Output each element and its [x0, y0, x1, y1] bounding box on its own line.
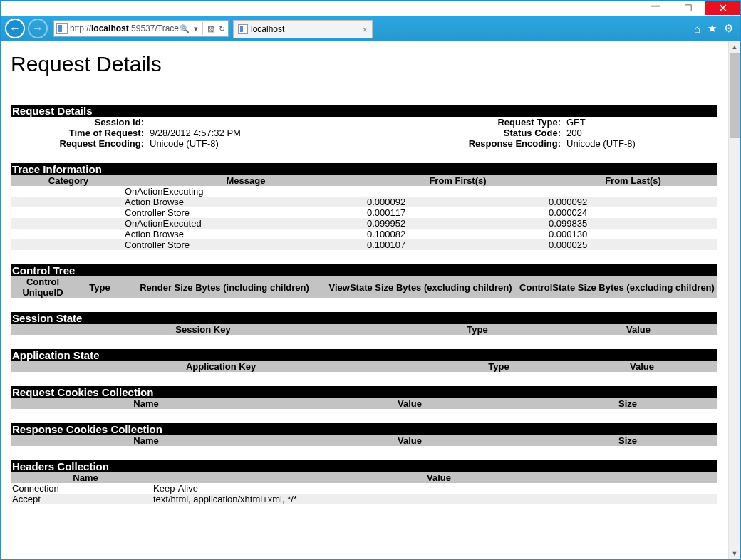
- trace-row: OnActionExecuting: [11, 186, 717, 197]
- ss-col-key: Session Key: [11, 324, 395, 335]
- as-col-value: Value: [566, 361, 717, 372]
- ctree-col-controlstate: ControlState Size Bytes (excluding child…: [517, 276, 717, 298]
- trace-cell-message: Action Browse: [125, 197, 367, 207]
- req-enc-label: Request Encoding:: [11, 138, 150, 149]
- rc-col-value: Value: [281, 398, 538, 409]
- viewport: Request Details Request Details Session …: [1, 41, 740, 559]
- request-type-label: Request Type:: [388, 117, 566, 128]
- scroll-up-icon[interactable]: ▲: [729, 41, 740, 53]
- titlebar: [1, 1, 740, 16]
- url-pre: http://: [70, 24, 91, 33]
- section-app-state-title: Application State: [11, 349, 717, 361]
- scroll-thumb[interactable]: [730, 53, 740, 138]
- trace-header-row: Category Message From First(s) From Last…: [11, 175, 717, 186]
- header-row: ConnectionKeep-Alive: [11, 483, 717, 494]
- trace-col-fromlast: From Last(s): [549, 175, 717, 186]
- home-icon[interactable]: ⌂: [694, 23, 700, 35]
- trace-cell-message: Controller Store: [125, 207, 367, 218]
- refresh-icon[interactable]: ↻: [217, 24, 227, 33]
- rc-col-size: Size: [538, 398, 717, 409]
- resp-cookies-header: Name Value Size: [11, 435, 717, 446]
- resp-enc-label: Response Encoding:: [388, 138, 566, 149]
- rsc-col-size: Size: [538, 435, 717, 446]
- section-request-details-title: Request Details: [11, 105, 717, 117]
- back-button[interactable]: ←: [5, 19, 25, 38]
- close-button[interactable]: [705, 1, 740, 15]
- section-session-state-title: Session State: [11, 312, 717, 324]
- req-enc-value: Unicode (UTF-8): [150, 138, 388, 149]
- ctree-col-id: Control UniqueID: [11, 276, 75, 298]
- section-req-cookies-title: Request Cookies Collection: [11, 386, 717, 398]
- trace-cell-category: [11, 207, 125, 218]
- separator: [202, 22, 203, 35]
- trace-cell-category: [11, 218, 125, 229]
- trace-cell-fromfirst: 0.100082: [367, 229, 549, 239]
- toolbar-right: ⌂ ★ ⚙: [694, 22, 736, 35]
- section-headers-title: Headers Collection: [11, 460, 717, 472]
- favorites-icon[interactable]: ★: [708, 22, 717, 35]
- trace-cell-message: OnActionExecuted: [125, 218, 367, 229]
- trace-row: Action Browse0.1000820.000130: [11, 229, 717, 239]
- scroll-track[interactable]: [729, 53, 740, 547]
- tab-title: localhost: [251, 24, 284, 34]
- trace-cell-fromlast: 0.000092: [549, 197, 717, 207]
- maximize-button[interactable]: [672, 1, 705, 15]
- trace-cell-category: [11, 197, 125, 207]
- header-cell-name: Accept: [11, 494, 153, 504]
- trace-cell-message: OnActionExecuting: [125, 186, 367, 197]
- url-host: localhost: [91, 24, 129, 33]
- as-col-type: Type: [431, 361, 566, 372]
- tab-close-icon[interactable]: ×: [362, 24, 368, 35]
- section-control-tree-title: Control Tree: [11, 264, 717, 276]
- section-resp-cookies-title: Response Cookies Collection: [11, 423, 717, 435]
- app-state-header: Application Key Type Value: [11, 361, 717, 372]
- as-col-key: Application Key: [11, 361, 431, 372]
- ctree-col-viewstate: ViewState Size Bytes (excluding children…: [324, 276, 517, 298]
- rsc-col-value: Value: [281, 435, 538, 446]
- trace-col-fromfirst: From First(s): [367, 175, 549, 186]
- trace-cell-fromfirst: 0.000117: [367, 207, 549, 218]
- forward-button[interactable]: →: [28, 19, 48, 38]
- status-value: 200: [566, 128, 716, 138]
- time-value: 9/28/2012 4:57:32 PM: [150, 128, 388, 138]
- trace-cell-fromlast: 0.099835: [549, 218, 717, 229]
- session-id-label: Session Id:: [11, 117, 150, 128]
- session-id-value: [150, 117, 388, 128]
- trace-cell-fromfirst: 0.000092: [367, 197, 549, 207]
- trace-cell-category: [11, 229, 125, 239]
- ss-col-value: Value: [559, 324, 717, 335]
- arrow-right-icon: →: [32, 22, 43, 35]
- trace-col-category: Category: [11, 175, 125, 186]
- tab-localhost[interactable]: localhost ×: [233, 20, 373, 38]
- control-tree-header: Control UniqueID Type Render Size Bytes …: [11, 276, 717, 298]
- rsc-col-name: Name: [11, 435, 281, 446]
- tab-strip: localhost ×: [233, 19, 693, 38]
- window: ← → http://localhost:59537/Trace.a 🔍 ▾ ▧…: [0, 0, 741, 560]
- trace-row: Controller Store0.0001170.000024: [11, 207, 717, 218]
- trace-cell-category: [11, 186, 125, 197]
- url-text[interactable]: http://localhost:59537/Trace.a: [70, 24, 177, 33]
- trace-row: OnActionExecuted0.0999520.099835: [11, 218, 717, 229]
- trace-row: Controller Store0.1001070.000025: [11, 239, 717, 250]
- trace-cell-message: Action Browse: [125, 229, 367, 239]
- trace-cell-fromlast: 0.000024: [549, 207, 717, 218]
- header-row: Accepttext/html, application/xhtml+xml, …: [11, 494, 717, 504]
- header-cell-name: Connection: [11, 483, 153, 494]
- address-bar[interactable]: http://localhost:59537/Trace.a 🔍 ▾ ▧ ↻: [53, 20, 229, 37]
- dropdown-icon[interactable]: ▾: [192, 24, 200, 33]
- scroll-down-icon[interactable]: ▼: [729, 547, 740, 559]
- browser-toolbar: ← → http://localhost:59537/Trace.a 🔍 ▾ ▧…: [1, 16, 740, 41]
- search-icon[interactable]: 🔍: [178, 24, 191, 33]
- trace-cell-fromlast: 0.000130: [549, 229, 717, 239]
- request-details-grid: Session Id: Request Type: GET Time of Re…: [11, 117, 717, 149]
- trace-cell-category: [11, 239, 125, 250]
- trace-body: OnActionExecutingAction Browse0.0000920.…: [11, 186, 728, 250]
- ss-col-type: Type: [395, 324, 559, 335]
- compat-icon[interactable]: ▧: [206, 24, 216, 33]
- vertical-scrollbar[interactable]: ▲ ▼: [728, 41, 740, 559]
- status-label: Status Code:: [388, 128, 566, 138]
- minimize-button[interactable]: [639, 1, 672, 15]
- ctree-col-render: Render Size Bytes (including children): [125, 276, 324, 298]
- settings-icon[interactable]: ⚙: [724, 22, 733, 35]
- tab-page-icon: [238, 24, 248, 34]
